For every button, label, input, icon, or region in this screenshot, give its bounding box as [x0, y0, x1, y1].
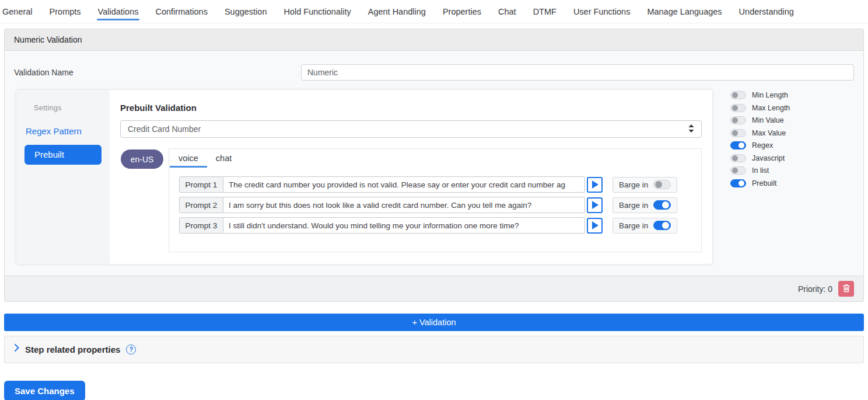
settings-sidebar: Settings Regex Pattern Prebuilt — [16, 90, 110, 264]
prebuilt-panel: Prebuilt Validation Credit Card Number e… — [110, 90, 712, 264]
help-icon[interactable]: ? — [126, 345, 136, 354]
play-prompt-1-button[interactable] — [587, 177, 603, 193]
language-prompts-block: en-US voice chat Prompt 1 Barge in — [169, 148, 702, 252]
barge-in-toggle-3[interactable] — [653, 221, 671, 230]
play-prompt-2-button[interactable] — [587, 197, 603, 213]
max-value-label: Max Value — [752, 129, 786, 137]
validation-settings-card: Settings Regex Pattern Prebuilt Prebuilt… — [16, 90, 712, 264]
play-icon — [592, 221, 598, 229]
tab-confirmations[interactable]: Confirmations — [155, 0, 207, 23]
toggle-knob — [732, 117, 738, 123]
tab-suggestion[interactable]: Suggestion — [225, 0, 267, 23]
tab-understanding[interactable]: Understanding — [739, 0, 794, 23]
tab-user-functions[interactable]: User Functions — [573, 0, 631, 23]
priority-label: Priority: 0 — [798, 284, 832, 294]
validation-card-title: Numeric Validation — [5, 29, 863, 51]
prompt-3-label: Prompt 3 — [179, 217, 223, 234]
prompt-1-label: Prompt 1 — [179, 176, 223, 193]
toggle-knob — [732, 155, 738, 161]
validation-name-input[interactable] — [301, 64, 854, 81]
save-changes-button[interactable]: Save Changes — [4, 381, 85, 400]
prompt-row-1: Prompt 1 Barge in — [179, 176, 701, 193]
prebuilt-toggle[interactable] — [730, 179, 746, 187]
validation-name-row: Validation Name — [5, 51, 863, 81]
toggle-knob — [732, 92, 738, 98]
chevron-right-icon — [14, 343, 19, 354]
min-value-toggle[interactable] — [730, 116, 746, 124]
play-prompt-3-button[interactable] — [587, 218, 603, 234]
in-list-toggle[interactable] — [730, 166, 746, 175]
tab-prompts[interactable]: Prompts — [50, 0, 81, 23]
barge-in-toggle-1[interactable] — [653, 180, 671, 189]
add-validation-button[interactable]: + Validation — [4, 314, 864, 331]
barge-in-box-2: Barge in — [612, 197, 677, 213]
tab-chat[interactable]: Chat — [498, 0, 516, 23]
min-length-toggle[interactable] — [730, 91, 746, 99]
play-icon — [592, 180, 598, 189]
prebuilt-label: Prebuilt — [752, 179, 776, 187]
trash-icon — [842, 284, 850, 294]
javascript-label: Javascript — [752, 154, 785, 162]
toggle-knob — [732, 168, 738, 173]
toggle-row-min-value: Min Value — [730, 116, 790, 124]
toggle-row-in-list: In list — [730, 166, 790, 175]
javascript-toggle[interactable] — [730, 154, 746, 162]
barge-in-label: Barge in — [619, 201, 648, 210]
prompt-3-input[interactable] — [223, 217, 585, 234]
tab-chat-channel[interactable]: chat — [207, 149, 240, 168]
toggle-row-prebuilt: Prebuilt — [730, 179, 790, 187]
validation-card-footer: Priority: 0 — [5, 276, 863, 301]
min-length-label: Min Length — [752, 91, 788, 99]
delete-validation-button[interactable] — [838, 281, 854, 297]
sidebar-item-regex-pattern[interactable]: Regex Pattern — [26, 126, 110, 136]
toggle-knob — [662, 201, 669, 208]
validation-content-row: Settings Regex Pattern Prebuilt Prebuilt… — [5, 81, 863, 264]
toggle-row-max-value: Max Value — [730, 129, 790, 137]
step-related-properties-panel[interactable]: Step related properties ? — [4, 336, 864, 363]
barge-in-label: Barge in — [619, 180, 648, 189]
toggle-knob — [738, 142, 744, 148]
language-tag[interactable]: en-US — [121, 149, 163, 169]
max-length-toggle[interactable] — [730, 104, 746, 112]
toggle-knob — [738, 180, 744, 186]
toggle-knob — [732, 130, 738, 136]
settings-title: Settings — [34, 104, 110, 112]
prompt-row-3: Prompt 3 Barge in — [179, 217, 701, 234]
prebuilt-validation-select[interactable]: Credit Card Number — [120, 120, 702, 138]
tab-general[interactable]: General — [2, 0, 33, 23]
barge-in-box-1: Barge in — [612, 177, 677, 193]
in-list-label: In list — [752, 166, 769, 175]
max-length-label: Max Length — [752, 104, 790, 112]
tab-properties[interactable]: Properties — [443, 0, 481, 23]
validation-name-label: Validation Name — [14, 68, 301, 77]
prompt-2-input[interactable] — [223, 197, 585, 213]
tab-agent-handling[interactable]: Agent Handling — [368, 0, 426, 23]
play-icon — [592, 201, 598, 209]
barge-in-box-3: Barge in — [612, 218, 677, 234]
barge-in-toggle-2[interactable] — [653, 200, 671, 210]
regex-toggle[interactable] — [730, 141, 746, 149]
prompt-1-input[interactable] — [223, 176, 585, 193]
numeric-validation-card: Numeric Validation Validation Name Setti… — [4, 29, 864, 302]
tab-dtmf[interactable]: DTMF — [533, 0, 556, 23]
step-related-properties-label: Step related properties — [25, 345, 120, 354]
max-value-toggle[interactable] — [730, 129, 746, 137]
regex-label: Regex — [752, 141, 773, 149]
toggle-knob — [655, 181, 662, 188]
select-updown-icon — [688, 124, 694, 134]
tab-voice[interactable]: voice — [170, 149, 207, 168]
barge-in-label: Barge in — [619, 221, 648, 230]
sidebar-item-prebuilt[interactable]: Prebuilt — [24, 145, 102, 165]
toggle-row-regex: Regex — [730, 141, 790, 149]
toggle-row-javascript: Javascript — [730, 154, 790, 162]
validation-type-toggles: Min Length Max Length Min Value Max Valu… — [730, 90, 790, 264]
tab-validations[interactable]: Validations — [98, 0, 139, 23]
toggle-row-min-length: Min Length — [730, 91, 790, 99]
prebuilt-validation-selected-value: Credit Card Number — [128, 124, 201, 134]
tab-manage-languages[interactable]: Manage Languages — [647, 0, 722, 23]
prompts-list: Prompt 1 Barge in Prompt 2 — [169, 168, 701, 252]
prompt-row-2: Prompt 2 Barge in — [179, 197, 701, 213]
min-value-label: Min Value — [752, 116, 784, 124]
tab-hold-functionality[interactable]: Hold Functionality — [284, 0, 351, 23]
prompt-2-label: Prompt 2 — [179, 197, 223, 213]
